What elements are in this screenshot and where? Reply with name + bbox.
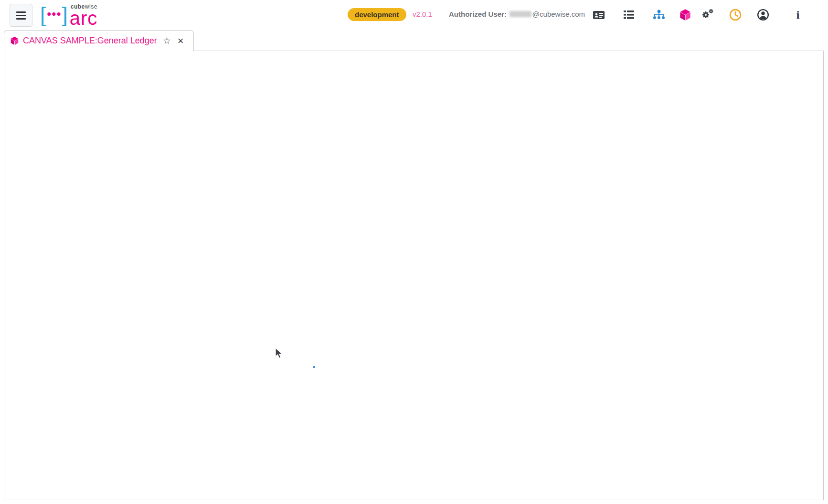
environment-badge: development [348,8,406,21]
version-label: v2.0.1 [413,10,432,18]
logo-dots: ••• [47,7,61,21]
gears-icon[interactable] [701,8,714,21]
user-domain: @cubewise.com [532,10,585,18]
favorite-star-icon[interactable]: ☆ [163,35,171,46]
menu-button[interactable] [10,4,32,27]
view-panel [4,51,824,500]
authorized-user-label: Authorized User: [449,10,507,18]
clock-icon[interactable] [729,8,742,21]
logo-bracket-right: ] [62,3,68,26]
info-icon[interactable]: i [791,8,805,21]
cube-icon[interactable] [679,8,692,21]
sitemap-icon[interactable] [652,8,666,21]
authorized-user: Authorized User: @cubewise.com [449,10,585,18]
arc-application: [•••] cubewise arc development v2.0.1 Au… [0,0,828,504]
logo-bracket-left: [ [40,3,46,26]
view-tab[interactable]: CANVAS SAMPLE:General Ledger ☆ × [4,30,194,51]
tab-title: CANVAS SAMPLE:General Ledger [23,36,157,46]
cube-icon [10,36,19,45]
th-list-icon[interactable] [622,8,636,21]
id-card-icon[interactable] [592,8,605,21]
logo-brand: arc [70,8,98,29]
fill-handle[interactable] [313,366,316,368]
tab-close-icon[interactable]: × [178,37,184,45]
user-icon[interactable] [756,8,770,21]
user-name-redacted [510,11,531,17]
arc-logo: [•••] cubewise arc [40,2,97,28]
